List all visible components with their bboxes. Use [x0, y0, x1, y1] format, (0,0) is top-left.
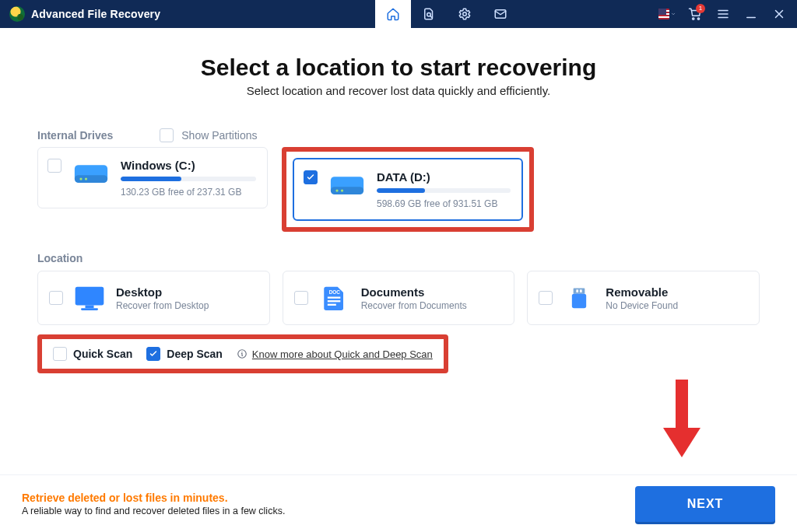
header-actions: 1	[518, 5, 797, 23]
location-removable-name: Removable	[606, 285, 678, 299]
show-partitions-checkbox[interactable]	[160, 128, 174, 142]
minimize-icon	[744, 7, 758, 21]
location-documents-checkbox[interactable]	[294, 291, 308, 305]
location-section-label: Location	[37, 252, 760, 264]
location-documents-sub: Recover from Documents	[361, 300, 467, 311]
minimize-button[interactable]	[743, 5, 760, 23]
hdd-icon	[71, 159, 111, 190]
svg-point-3	[693, 18, 694, 19]
app-logo-icon	[9, 6, 25, 22]
home-icon	[386, 7, 400, 21]
scan-options: Quick Scan Deep Scan Know more about Qui…	[37, 334, 760, 373]
promo-sub: A reliable way to find and recover delet…	[22, 506, 285, 516]
close-icon	[772, 7, 786, 21]
footer: Retrieve deleted or lost files in minute…	[0, 474, 797, 532]
drives-section-header: Internal Drives Show Partitions	[37, 128, 760, 142]
tab-settings[interactable]	[447, 0, 483, 28]
know-more-link[interactable]: Know more about Quick and Deep Scan	[237, 348, 433, 360]
drive-c-checkbox[interactable]	[47, 159, 61, 173]
gear-icon	[458, 7, 472, 21]
svg-rect-20	[574, 288, 585, 293]
drive-card-c[interactable]: Windows (C:) 130.23 GB free of 237.31 GB	[37, 147, 268, 208]
quick-scan-label: Quick Scan	[73, 348, 132, 360]
location-desktop-meta: Desktop Recover from Desktop	[116, 285, 209, 311]
next-button[interactable]: NEXT	[635, 486, 775, 522]
svg-point-12	[341, 189, 343, 191]
svg-rect-22	[580, 289, 582, 292]
quick-scan-checkbox[interactable]	[53, 347, 67, 361]
annotation-highlight-drive-d: DATA (D:) 598.69 GB free of 931.51 GB	[282, 147, 534, 232]
show-partitions-toggle[interactable]: Show Partitions	[160, 128, 257, 142]
svg-point-7	[79, 177, 82, 180]
drive-cards-row: Windows (C:) 130.23 GB free of 237.31 GB…	[37, 147, 760, 232]
cart-badge: 1	[696, 4, 705, 13]
page-subtitle: Select location and recover lost data qu…	[37, 84, 760, 97]
location-documents-meta: Documents Recover from Documents	[361, 285, 467, 311]
drive-card-d[interactable]: DATA (D:) 598.69 GB free of 931.51 GB	[293, 158, 523, 221]
close-button[interactable]	[771, 5, 788, 23]
location-cards-row: Desktop Recover from Desktop DOC Documen…	[37, 271, 760, 325]
annotation-arrow	[658, 380, 705, 465]
svg-point-11	[335, 189, 338, 191]
drive-d-meta: DATA (D:) 598.69 GB free of 931.51 GB	[377, 170, 511, 210]
main-content: Select a location to start recovering Se…	[0, 28, 797, 373]
location-card-documents[interactable]: DOC Documents Recover from Documents	[283, 271, 515, 325]
svg-point-4	[697, 18, 699, 19]
svg-point-8	[85, 177, 87, 180]
location-removable-meta: Removable No Device Found	[606, 285, 678, 311]
location-removable-sub: No Device Found	[606, 300, 678, 311]
svg-text:DOC: DOC	[328, 289, 340, 295]
location-desktop-checkbox[interactable]	[49, 291, 63, 305]
app-brand: Advanced File Recovery	[0, 6, 160, 22]
header-tab-strip	[375, 0, 518, 28]
chevron-down-icon	[671, 10, 676, 18]
annotation-highlight-scan-options: Quick Scan Deep Scan Know more about Qui…	[37, 334, 448, 373]
drive-c-usage-bar	[121, 177, 256, 181]
deep-scan-label: Deep Scan	[167, 348, 223, 360]
deep-scan-option[interactable]: Deep Scan	[146, 347, 223, 361]
tab-scan-results[interactable]	[411, 0, 447, 28]
svg-rect-10	[331, 187, 363, 194]
menu-icon	[716, 7, 730, 21]
mail-icon	[493, 7, 507, 21]
promo-block: Retrieve deleted or lost files in minute…	[22, 492, 285, 516]
tab-home[interactable]	[375, 0, 411, 28]
location-removable-checkbox[interactable]	[539, 291, 553, 305]
language-selector[interactable]	[658, 5, 676, 23]
check-icon	[306, 173, 315, 182]
location-card-desktop[interactable]: Desktop Recover from Desktop	[37, 271, 270, 325]
svg-rect-13	[75, 287, 104, 306]
svg-point-1	[463, 12, 467, 16]
file-search-icon	[422, 7, 436, 21]
svg-rect-23	[572, 294, 586, 308]
svg-rect-17	[328, 300, 340, 302]
drive-d-checkbox[interactable]	[304, 170, 318, 184]
documents-icon: DOC	[318, 282, 352, 313]
cart-button[interactable]: 1	[686, 5, 704, 23]
svg-rect-14	[86, 305, 94, 308]
next-button-label: NEXT	[687, 497, 724, 511]
check-icon	[149, 349, 158, 359]
drive-c-sub: 130.23 GB free of 237.31 GB	[121, 186, 256, 198]
usb-icon	[562, 282, 596, 313]
svg-rect-6	[75, 175, 107, 183]
menu-button[interactable]	[714, 5, 732, 23]
page-title: Select a location to start recovering	[37, 54, 760, 81]
location-card-removable[interactable]: Removable No Device Found	[527, 271, 760, 325]
flag-us-icon	[658, 9, 669, 19]
drive-d-sub: 598.69 GB free of 931.51 GB	[377, 198, 511, 210]
internal-drives-label: Internal Drives	[37, 129, 113, 142]
quick-scan-option[interactable]: Quick Scan	[53, 347, 132, 361]
desktop-icon	[72, 282, 107, 313]
info-icon	[237, 348, 248, 359]
drive-d-usage-bar	[377, 188, 511, 193]
tab-feedback[interactable]	[483, 0, 518, 28]
title-bar: Advanced File Recovery 1	[0, 0, 797, 28]
show-partitions-label: Show Partitions	[181, 129, 257, 142]
svg-rect-15	[81, 308, 98, 310]
svg-rect-18	[328, 304, 336, 306]
svg-rect-16	[328, 296, 340, 298]
app-title: Advanced File Recovery	[31, 8, 160, 20]
deep-scan-checkbox[interactable]	[146, 347, 160, 361]
know-more-text: Know more about Quick and Deep Scan	[252, 348, 433, 360]
